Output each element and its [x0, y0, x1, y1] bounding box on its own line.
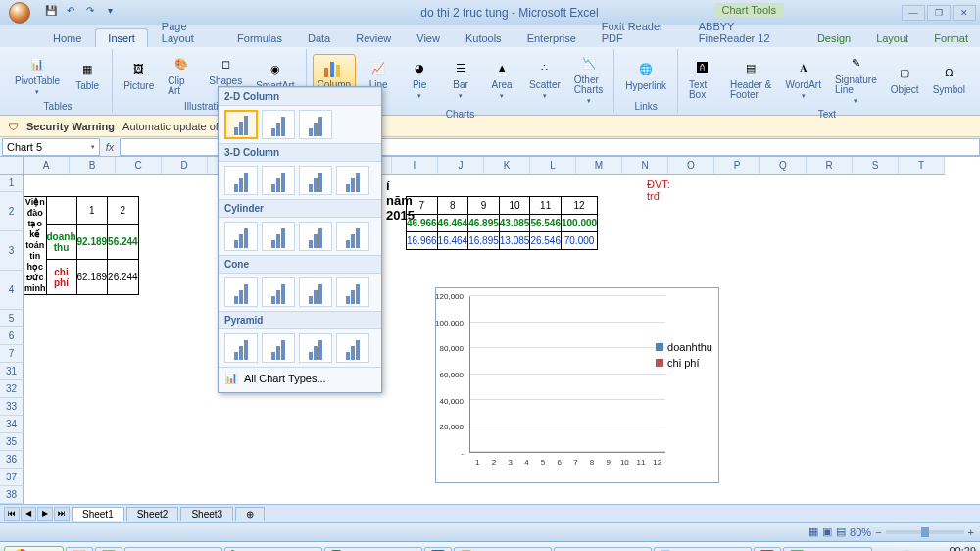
view-layout-icon[interactable]: ▣	[822, 526, 832, 538]
chart-type-option[interactable]	[336, 222, 369, 251]
chart-type-option[interactable]	[262, 277, 295, 307]
chevron-down-icon[interactable]: ▾	[91, 143, 95, 151]
row-header[interactable]: 5	[0, 310, 24, 327]
table-button[interactable]: ▦Table	[69, 55, 106, 94]
column-header[interactable]: O	[668, 157, 714, 175]
column-header[interactable]: A	[24, 157, 70, 175]
tab-abbyy[interactable]: ABBYY FineReader 12	[687, 18, 802, 47]
column-header[interactable]: Q	[760, 157, 807, 175]
view-normal-icon[interactable]: ▦	[808, 526, 818, 538]
new-sheet-tab[interactable]: ⊕	[235, 507, 265, 521]
row-header[interactable]: 37	[0, 469, 24, 486]
column-header[interactable]: J	[438, 157, 484, 175]
chart-type-option[interactable]	[336, 277, 369, 307]
column-header[interactable]: I	[392, 157, 438, 175]
task-item[interactable]	[754, 547, 781, 552]
clock[interactable]: 00:2931/05/16	[934, 546, 976, 552]
name-box[interactable]: Chart 5▾	[2, 138, 100, 156]
column-header[interactable]: C	[116, 157, 162, 175]
row-header[interactable]: 34	[0, 416, 24, 433]
chart-type-option[interactable]	[336, 166, 369, 195]
textbox-button[interactable]: 🅰Text Box	[684, 54, 721, 103]
task-item[interactable]: do thi 2 truc t...	[324, 547, 422, 552]
chart-type-option[interactable]	[262, 166, 295, 195]
chart-type-option[interactable]	[224, 222, 258, 251]
scatter-chart-button[interactable]: ∴Scatter▾	[524, 54, 565, 103]
row-header[interactable]: 7	[0, 345, 24, 363]
wordart-button[interactable]: 𝐀WordArt▾	[780, 54, 826, 103]
chart-type-option[interactable]	[299, 277, 332, 307]
sheet-tab[interactable]: Sheet1	[72, 507, 124, 521]
all-chart-types-button[interactable]: 📊All Chart Types...	[219, 367, 381, 388]
undo-icon[interactable]: ↶	[63, 5, 78, 21]
tab-page-layout[interactable]: Page Layout	[150, 18, 223, 47]
sheet-nav-last[interactable]: ⏭	[54, 507, 70, 521]
tab-layout[interactable]: Layout	[864, 29, 920, 47]
row-header[interactable]: 38	[0, 486, 24, 504]
zoom-slider[interactable]	[886, 530, 964, 534]
column-header[interactable]: D	[162, 157, 208, 175]
zoom-in-button[interactable]: +	[968, 526, 974, 538]
pivottable-button[interactable]: 📊PivotTable▾	[10, 50, 65, 99]
header-footer-button[interactable]: ▤Header & Footer	[725, 54, 776, 103]
task-item[interactable]: (4) Facebook - ...	[124, 547, 222, 552]
hyperlink-button[interactable]: 🌐Hyperlink	[620, 55, 671, 94]
tab-design[interactable]: Design	[806, 29, 862, 47]
chart-type-option[interactable]	[262, 333, 295, 363]
start-button[interactable]: Start	[4, 546, 64, 552]
tab-view[interactable]: View	[405, 29, 452, 47]
column-header[interactable]: B	[70, 157, 116, 175]
column-header[interactable]: L	[530, 157, 576, 175]
other-charts-button[interactable]: 📉Other Charts▾	[569, 49, 608, 108]
fx-icon[interactable]: fx	[100, 141, 120, 153]
chart-type-option[interactable]	[224, 110, 258, 139]
clipart-button[interactable]: 🎨Clip Art	[163, 50, 200, 99]
column-header[interactable]: M	[576, 157, 622, 175]
row-header[interactable]: 35	[0, 433, 24, 451]
row-header[interactable]: 32	[0, 380, 24, 398]
area-chart-button[interactable]: ▲Area▾	[483, 54, 520, 103]
chart-type-option[interactable]	[224, 277, 258, 307]
row-header[interactable]: 3	[0, 231, 24, 271]
bar-chart-button[interactable]: ☰Bar▾	[442, 54, 479, 103]
select-all-corner[interactable]	[0, 157, 24, 175]
save-icon[interactable]: 💾	[43, 5, 59, 21]
spreadsheet-grid[interactable]: ABCDEFGHIJKLMNOPQRST 1234567313233343536…	[0, 157, 980, 504]
zoom-label[interactable]: 80%	[850, 526, 871, 538]
column-header[interactable]: R	[807, 157, 853, 175]
qat-more-icon[interactable]: ▾	[102, 5, 118, 21]
chart-type-option[interactable]	[299, 222, 332, 251]
view-break-icon[interactable]: ▤	[836, 526, 846, 538]
tab-formulas[interactable]: Formulas	[225, 29, 294, 47]
chart-type-option[interactable]	[262, 110, 295, 139]
picture-button[interactable]: 🖼Picture	[119, 55, 159, 94]
column-header[interactable]: T	[899, 157, 945, 175]
task-item[interactable]: Untitled - Paint	[454, 547, 552, 552]
sheet-tab[interactable]: Sheet3	[180, 507, 233, 521]
close-button[interactable]: ✕	[953, 5, 976, 21]
sheet-nav-prev[interactable]: ◀	[21, 507, 36, 521]
task-item[interactable]	[424, 547, 452, 552]
tab-insert[interactable]: Insert	[95, 28, 148, 47]
row-header[interactable]: 2	[0, 192, 24, 231]
chart-type-option[interactable]	[299, 333, 332, 363]
tab-data[interactable]: Data	[296, 29, 342, 47]
signature-button[interactable]: ✎Signature Line▾	[830, 49, 882, 108]
chart-type-option[interactable]	[224, 166, 258, 195]
task-coccoc[interactable]	[95, 547, 122, 552]
sheet-tab[interactable]: Sheet2	[126, 507, 179, 521]
chart-type-option[interactable]	[299, 166, 332, 195]
row-header[interactable]: 31	[0, 363, 24, 380]
pie-chart-button[interactable]: ◕Pie▾	[401, 54, 438, 103]
task-item[interactable]: Untitled - Not...	[654, 547, 752, 552]
column-header[interactable]: S	[853, 157, 899, 175]
tab-review[interactable]: Review	[344, 29, 403, 47]
chart-type-option[interactable]	[299, 110, 332, 139]
restore-button[interactable]: ❐	[927, 5, 951, 21]
tab-foxit[interactable]: Foxit Reader PDF	[590, 18, 685, 47]
task-item[interactable]: New.Missing d...	[224, 547, 322, 552]
column-header[interactable]: P	[714, 157, 760, 175]
office-button[interactable]	[2, 0, 37, 25]
task-chrome[interactable]	[66, 547, 93, 552]
task-item[interactable]: Camtasia Studi...	[554, 547, 652, 552]
